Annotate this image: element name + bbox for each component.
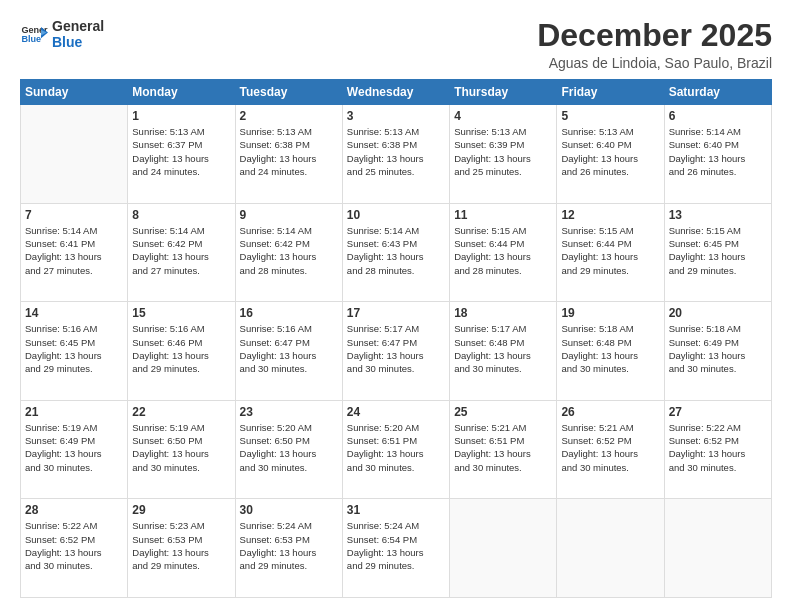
calendar-cell: 31Sunrise: 5:24 AM Sunset: 6:54 PM Dayli… [342,499,449,598]
day-number: 16 [240,306,338,320]
day-number: 13 [669,208,767,222]
calendar-cell: 23Sunrise: 5:20 AM Sunset: 6:50 PM Dayli… [235,400,342,499]
cell-content: Sunrise: 5:14 AM Sunset: 6:42 PM Dayligh… [132,224,230,277]
day-number: 28 [25,503,123,517]
day-number: 26 [561,405,659,419]
calendar-cell: 24Sunrise: 5:20 AM Sunset: 6:51 PM Dayli… [342,400,449,499]
cell-content: Sunrise: 5:20 AM Sunset: 6:50 PM Dayligh… [240,421,338,474]
cell-content: Sunrise: 5:24 AM Sunset: 6:54 PM Dayligh… [347,519,445,572]
week-row-5: 28Sunrise: 5:22 AM Sunset: 6:52 PM Dayli… [21,499,772,598]
calendar-cell: 30Sunrise: 5:24 AM Sunset: 6:53 PM Dayli… [235,499,342,598]
cell-content: Sunrise: 5:14 AM Sunset: 6:42 PM Dayligh… [240,224,338,277]
cell-content: Sunrise: 5:14 AM Sunset: 6:43 PM Dayligh… [347,224,445,277]
cell-content: Sunrise: 5:19 AM Sunset: 6:50 PM Dayligh… [132,421,230,474]
calendar-cell: 27Sunrise: 5:22 AM Sunset: 6:52 PM Dayli… [664,400,771,499]
calendar-title: December 2025 [537,18,772,53]
day-number: 29 [132,503,230,517]
cell-content: Sunrise: 5:19 AM Sunset: 6:49 PM Dayligh… [25,421,123,474]
calendar-cell: 11Sunrise: 5:15 AM Sunset: 6:44 PM Dayli… [450,203,557,302]
calendar-cell: 1Sunrise: 5:13 AM Sunset: 6:37 PM Daylig… [128,105,235,204]
cell-content: Sunrise: 5:13 AM Sunset: 6:38 PM Dayligh… [347,125,445,178]
calendar-cell: 9Sunrise: 5:14 AM Sunset: 6:42 PM Daylig… [235,203,342,302]
cell-content: Sunrise: 5:18 AM Sunset: 6:49 PM Dayligh… [669,322,767,375]
header-row: SundayMondayTuesdayWednesdayThursdayFrid… [21,80,772,105]
calendar-cell: 22Sunrise: 5:19 AM Sunset: 6:50 PM Dayli… [128,400,235,499]
calendar-cell [664,499,771,598]
header-day-sunday: Sunday [21,80,128,105]
cell-content: Sunrise: 5:13 AM Sunset: 6:40 PM Dayligh… [561,125,659,178]
day-number: 10 [347,208,445,222]
cell-content: Sunrise: 5:22 AM Sunset: 6:52 PM Dayligh… [25,519,123,572]
header-day-tuesday: Tuesday [235,80,342,105]
cell-content: Sunrise: 5:20 AM Sunset: 6:51 PM Dayligh… [347,421,445,474]
day-number: 27 [669,405,767,419]
calendar-cell [21,105,128,204]
calendar-cell: 14Sunrise: 5:16 AM Sunset: 6:45 PM Dayli… [21,302,128,401]
header: General Blue General Blue December 2025 … [20,18,772,71]
cell-content: Sunrise: 5:23 AM Sunset: 6:53 PM Dayligh… [132,519,230,572]
cell-content: Sunrise: 5:15 AM Sunset: 6:45 PM Dayligh… [669,224,767,277]
cell-content: Sunrise: 5:13 AM Sunset: 6:39 PM Dayligh… [454,125,552,178]
logo-line1: General [52,18,104,34]
cell-content: Sunrise: 5:18 AM Sunset: 6:48 PM Dayligh… [561,322,659,375]
day-number: 30 [240,503,338,517]
calendar-cell: 29Sunrise: 5:23 AM Sunset: 6:53 PM Dayli… [128,499,235,598]
calendar-cell: 5Sunrise: 5:13 AM Sunset: 6:40 PM Daylig… [557,105,664,204]
calendar-cell: 2Sunrise: 5:13 AM Sunset: 6:38 PM Daylig… [235,105,342,204]
cell-content: Sunrise: 5:16 AM Sunset: 6:46 PM Dayligh… [132,322,230,375]
cell-content: Sunrise: 5:16 AM Sunset: 6:45 PM Dayligh… [25,322,123,375]
header-day-thursday: Thursday [450,80,557,105]
calendar-cell: 15Sunrise: 5:16 AM Sunset: 6:46 PM Dayli… [128,302,235,401]
day-number: 25 [454,405,552,419]
header-day-monday: Monday [128,80,235,105]
week-row-3: 14Sunrise: 5:16 AM Sunset: 6:45 PM Dayli… [21,302,772,401]
cell-content: Sunrise: 5:15 AM Sunset: 6:44 PM Dayligh… [454,224,552,277]
header-day-wednesday: Wednesday [342,80,449,105]
calendar-cell: 18Sunrise: 5:17 AM Sunset: 6:48 PM Dayli… [450,302,557,401]
calendar-cell: 6Sunrise: 5:14 AM Sunset: 6:40 PM Daylig… [664,105,771,204]
day-number: 19 [561,306,659,320]
cell-content: Sunrise: 5:22 AM Sunset: 6:52 PM Dayligh… [669,421,767,474]
day-number: 15 [132,306,230,320]
day-number: 9 [240,208,338,222]
cell-content: Sunrise: 5:13 AM Sunset: 6:38 PM Dayligh… [240,125,338,178]
day-number: 3 [347,109,445,123]
day-number: 12 [561,208,659,222]
calendar-cell: 10Sunrise: 5:14 AM Sunset: 6:43 PM Dayli… [342,203,449,302]
day-number: 5 [561,109,659,123]
calendar-cell: 26Sunrise: 5:21 AM Sunset: 6:52 PM Dayli… [557,400,664,499]
calendar-table: SundayMondayTuesdayWednesdayThursdayFrid… [20,79,772,598]
calendar-cell: 21Sunrise: 5:19 AM Sunset: 6:49 PM Dayli… [21,400,128,499]
calendar-cell: 3Sunrise: 5:13 AM Sunset: 6:38 PM Daylig… [342,105,449,204]
header-day-friday: Friday [557,80,664,105]
cell-content: Sunrise: 5:14 AM Sunset: 6:40 PM Dayligh… [669,125,767,178]
day-number: 2 [240,109,338,123]
calendar-cell [450,499,557,598]
week-row-4: 21Sunrise: 5:19 AM Sunset: 6:49 PM Dayli… [21,400,772,499]
cell-content: Sunrise: 5:21 AM Sunset: 6:52 PM Dayligh… [561,421,659,474]
logo-icon: General Blue [20,20,48,48]
calendar-cell: 17Sunrise: 5:17 AM Sunset: 6:47 PM Dayli… [342,302,449,401]
cell-content: Sunrise: 5:16 AM Sunset: 6:47 PM Dayligh… [240,322,338,375]
calendar-cell: 20Sunrise: 5:18 AM Sunset: 6:49 PM Dayli… [664,302,771,401]
day-number: 6 [669,109,767,123]
calendar-cell [557,499,664,598]
calendar-cell: 19Sunrise: 5:18 AM Sunset: 6:48 PM Dayli… [557,302,664,401]
day-number: 8 [132,208,230,222]
day-number: 21 [25,405,123,419]
calendar-subtitle: Aguas de Lindoia, Sao Paulo, Brazil [537,55,772,71]
calendar-cell: 13Sunrise: 5:15 AM Sunset: 6:45 PM Dayli… [664,203,771,302]
day-number: 18 [454,306,552,320]
cell-content: Sunrise: 5:24 AM Sunset: 6:53 PM Dayligh… [240,519,338,572]
page: General Blue General Blue December 2025 … [0,0,792,612]
day-number: 23 [240,405,338,419]
calendar-cell: 8Sunrise: 5:14 AM Sunset: 6:42 PM Daylig… [128,203,235,302]
day-number: 14 [25,306,123,320]
day-number: 7 [25,208,123,222]
day-number: 1 [132,109,230,123]
day-number: 24 [347,405,445,419]
cell-content: Sunrise: 5:15 AM Sunset: 6:44 PM Dayligh… [561,224,659,277]
calendar-cell: 7Sunrise: 5:14 AM Sunset: 6:41 PM Daylig… [21,203,128,302]
svg-text:Blue: Blue [21,34,41,44]
calendar-cell: 4Sunrise: 5:13 AM Sunset: 6:39 PM Daylig… [450,105,557,204]
